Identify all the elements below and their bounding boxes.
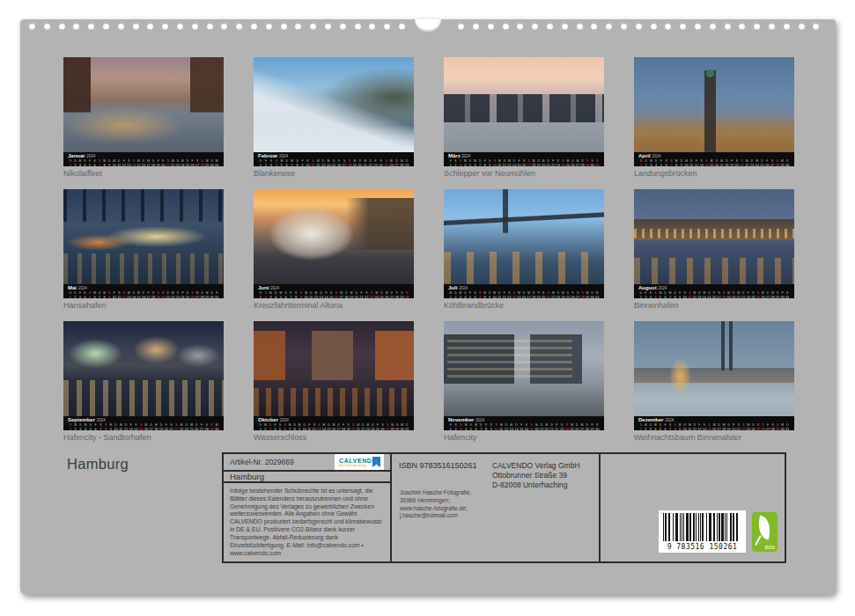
month-name: März: [448, 153, 461, 158]
day-cell: M31: [594, 292, 600, 298]
binding-hole: [532, 23, 538, 29]
month-year: 2024: [665, 418, 674, 422]
month-year: 2024: [475, 418, 484, 422]
binding-hole: [651, 23, 657, 29]
month-caption: Köhlbrandbrücke: [444, 301, 604, 311]
month-photo: [63, 321, 224, 416]
binding-hole: [310, 23, 316, 29]
binding-hole: [133, 23, 139, 29]
month-cell: Juni 2024 S1S2M3D4M5D6F7S8S9M10D11M12D13…: [254, 189, 414, 311]
month-year: 2024: [461, 154, 470, 158]
publisher-line: Ottobrunner Straße 39: [492, 471, 580, 480]
month-label: Juli 2024: [448, 285, 600, 291]
month-photo: [254, 57, 414, 152]
page-title: Hamburg: [67, 456, 129, 473]
barcode-bars: [663, 513, 741, 541]
binding-hole: [562, 23, 568, 29]
day-row: D1F2S3S4M5D6M7D8F9S10S11M12D13M14D15F16S…: [638, 292, 790, 298]
binding-hole: [147, 23, 153, 29]
binding-hole: [636, 23, 642, 29]
binding-hole: [384, 23, 390, 29]
month-cell: August 2024 D1F2S3S4M5D6M7D8F9S10S11M12D…: [634, 189, 794, 311]
calendar-strip: September 2024 S1M2D3M4D5F6S7S8M9D10M11D…: [63, 416, 224, 430]
month-photo: [444, 189, 604, 284]
binding-hole: [118, 23, 124, 29]
day-cell: M30: [214, 424, 219, 430]
month-label: Juni 2024: [258, 285, 409, 291]
month-name: April: [638, 153, 651, 158]
binding-hole: [221, 23, 227, 29]
month-caption: Hafencity - Sandtorhafen: [63, 433, 224, 443]
binding-hole: [281, 23, 287, 29]
binding-hole: [88, 23, 94, 29]
leaf-icon: [755, 515, 774, 539]
calendar-back-page: { "page": { "title": "Hamburg", "bg_colo…: [0, 0, 855, 616]
day-row: F1S2S3M4D5M6D7F8S9S10M11D12M13D14F15S16S…: [448, 160, 600, 166]
day-row: M1D2F3S4S5M6D7M8D9F10S11S12M13D14M15D16F…: [68, 292, 219, 298]
binding-hole: [44, 23, 50, 29]
month-year: 2024: [652, 154, 660, 158]
info-right-column: 9 783516 150261 eco: [601, 454, 785, 561]
month-label: Oktober 2024: [258, 417, 409, 423]
month-label: Dezember 2024: [638, 417, 790, 423]
day-row: F1S2S3M4D5M6D7F8S9S10M11D12M13D14F15S16S…: [448, 424, 600, 430]
month-year: 2024: [97, 418, 106, 422]
binding-hole: [325, 23, 331, 29]
binding-hole: [517, 23, 523, 29]
month-cell: Oktober 2024 D1M2D3F4S5S6M7D8M9D10F11S12…: [254, 321, 414, 443]
month-label: November 2024: [448, 417, 600, 423]
calendar-strip: Juni 2024 S1S2M3D4M5D6F7S8S9M10D11M12D13…: [254, 284, 414, 298]
month-label: April 2024: [638, 153, 790, 159]
month-caption: Landungsbrücken: [634, 169, 794, 179]
month-caption: Wasserschloss: [254, 433, 414, 443]
month-label: März 2024: [448, 153, 600, 159]
day-row: M1D2M3D4F5S6S7M8D9M10D11F12S13S14M15D16M…: [68, 160, 219, 166]
month-cell: Mai 2024 M1D2F3S4S5M6D7M8D9F10S11S12M13D…: [63, 189, 224, 311]
calendar-strip: Januar 2024 M1D2M3D4F5S6S7M8D9M10D11F12S…: [63, 152, 224, 166]
binding-hole: [29, 23, 35, 29]
binding-hole: [799, 23, 805, 29]
month-cell: Februar 2024 D1F2S3S4M5D6M7D8F9S10S11M12…: [254, 57, 414, 179]
month-caption: Schlepper vor Neumühlen: [444, 169, 604, 179]
binding-hole: [355, 23, 361, 29]
month-photo: [634, 189, 794, 284]
month-caption: Binnenhafen: [634, 301, 794, 311]
photographer-line: www.hasche-fotografie.de;: [400, 505, 471, 513]
binding-hole: [695, 23, 701, 29]
binding-hole: [725, 23, 731, 29]
calvendo-logo: CALVENDO Der Kalenderverlag: [335, 454, 384, 470]
month-name: Juni: [258, 285, 269, 290]
day-cell: D31: [785, 424, 790, 430]
month-caption: Hansahafen: [63, 301, 224, 311]
month-year: 2024: [86, 154, 95, 158]
calendar-title-row: Hamburg: [224, 472, 390, 483]
month-name: Februar: [258, 153, 277, 158]
binding-hole: [606, 23, 612, 29]
publisher-address: CALVENDO Verlag GmbH Ottobrunner Straße …: [492, 461, 580, 490]
binding-hole: [162, 23, 168, 29]
eco-label: eco: [752, 512, 778, 552]
binding-hole: [59, 23, 65, 29]
binding-hole: [340, 23, 346, 29]
binding-hole: [710, 23, 716, 29]
month-name: Oktober: [258, 417, 278, 422]
month-label: August 2024: [638, 285, 790, 291]
barcode-digits: 9 783516 150261: [663, 543, 741, 551]
month-photo: [444, 321, 604, 416]
month-year: 2024: [459, 286, 468, 290]
month-caption: Kreuzfahrtterminal Altona: [254, 301, 414, 311]
month-year: 2024: [78, 286, 87, 290]
binding-hole: [591, 23, 597, 29]
month-name: September: [68, 417, 95, 422]
month-year: 2024: [270, 286, 279, 290]
month-caption: Nikolaifleet: [63, 169, 224, 179]
binding-hole: [192, 23, 198, 29]
photographer-info: Joachim Hasche Fotografie; 30966 Hemming…: [400, 489, 471, 520]
ean-barcode: 9 783516 150261: [659, 510, 746, 553]
calendar-strip: November 2024 F1S2S3M4D5M6D7F8S9S10M11D1…: [444, 416, 604, 430]
binding-hole: [458, 23, 464, 29]
binding-hole: [295, 23, 301, 29]
day-cell: S31: [785, 292, 790, 298]
photographer-line: Joachim Hasche Fotografie;: [400, 489, 471, 497]
day-cell: F31: [214, 292, 219, 298]
